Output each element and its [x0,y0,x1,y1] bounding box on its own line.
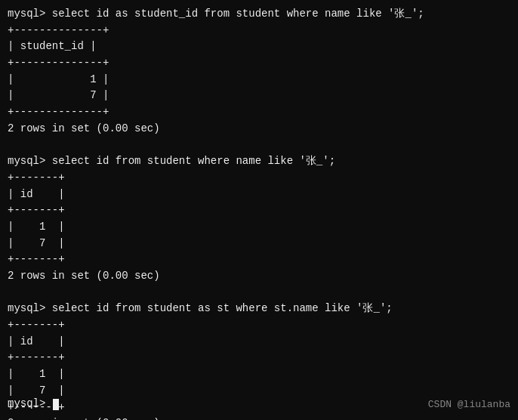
blank-2 [8,285,510,301]
query-line-2: mysql> select id from student where name… [8,153,510,170]
row-2-2: | 7 | [8,236,510,252]
divider-2a: +-------+ [8,170,510,187]
divider-2c: +-------+ [8,252,510,268]
divider-2b: +-------+ [8,202,510,219]
row-3-1: | 1 | [8,366,510,383]
cursor [53,399,59,410]
prompt-text: mysql> [8,396,52,412]
header-1: | student_id | [8,39,510,55]
header-3: | id | [8,334,510,351]
query-line-1: mysql> select id as student_id from stud… [8,6,510,23]
divider-1c: +--------------+ [8,104,510,121]
prompt-area[interactable]: mysql> [8,396,59,412]
result-1: 2 rows in set (0.00 sec) [8,121,510,137]
row-1-2: | 7 | [8,88,510,104]
result-2: 2 rows in set (0.00 sec) [8,268,510,285]
blank-1 [8,137,510,154]
divider-3b: +-------+ [8,350,510,366]
header-2: | id | [8,187,510,203]
divider-1b: +--------------+ [8,55,510,72]
watermark: CSDN @liulanba [428,399,510,410]
divider-3a: +-------+ [8,317,510,334]
query-line-3: mysql> select id from student as st wher… [8,301,510,317]
row-2-1: | 1 | [8,219,510,236]
result-3: 2 rows in set (0.00 sec) [8,415,510,420]
divider-1a: +--------------+ [8,23,510,39]
terminal-window: mysql> select id as student_id from stud… [0,0,518,420]
row-1-1: | 1 | [8,72,510,88]
footer: mysql> CSDN @liulanba [8,396,510,412]
